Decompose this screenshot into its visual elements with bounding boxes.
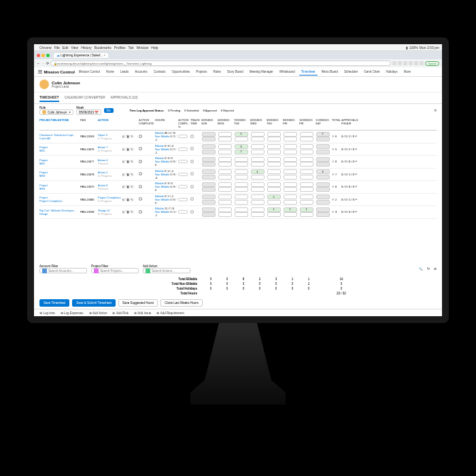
row-icons[interactable]: ⎘🗑✎ xyxy=(122,198,139,201)
undo-icon[interactable]: ↶ xyxy=(355,210,357,214)
undo-icon[interactable]: ↶ xyxy=(355,135,357,138)
clear-icon[interactable]: ⊘ xyxy=(434,267,437,271)
update-button[interactable]: Update xyxy=(425,61,439,66)
reload-icon[interactable]: ⟳ xyxy=(46,61,49,65)
action-link[interactable]: Action 4Planned xyxy=(98,158,122,165)
hours-input[interactable]: 4 xyxy=(251,169,265,174)
refresh-icon[interactable]: ↻ xyxy=(427,267,430,271)
account-filter[interactable]: Search Accounts... xyxy=(39,268,87,273)
hours-input[interactable] xyxy=(267,137,281,141)
hours-input[interactable] xyxy=(284,162,297,167)
hours-input[interactable] xyxy=(251,157,265,162)
add-action-filter[interactable]: Search Actions... xyxy=(143,268,190,273)
hours-input[interactable] xyxy=(251,194,265,199)
hours-input[interactable] xyxy=(218,144,232,149)
hours-input[interactable] xyxy=(300,175,313,180)
close-icon[interactable] xyxy=(37,54,40,57)
forward-icon[interactable]: → xyxy=(41,61,45,65)
eye-icon[interactable]: 👁 xyxy=(332,148,335,151)
hours-input[interactable] xyxy=(235,169,248,174)
hours-input[interactable] xyxy=(284,200,297,205)
hours-input[interactable] xyxy=(235,212,248,217)
hours-input[interactable] xyxy=(202,175,216,180)
hours-input[interactable] xyxy=(267,157,281,162)
hours-input[interactable] xyxy=(251,150,265,154)
hours-input[interactable] xyxy=(316,212,330,217)
action-link[interactable]: Sprint 4In Progress xyxy=(98,133,122,140)
project-link[interactable]: ProjectProject Completion xyxy=(39,196,80,203)
hours-input[interactable] xyxy=(235,162,248,167)
hours-input[interactable] xyxy=(218,175,232,180)
hours-input[interactable] xyxy=(300,132,313,137)
add-action-link[interactable]: Add Action xyxy=(89,311,107,315)
hours-input[interactable] xyxy=(235,137,248,141)
action-link[interactable]: Action 6Planned xyxy=(98,184,122,190)
hours-input[interactable]: 3 xyxy=(316,169,330,174)
hours-input[interactable] xyxy=(202,187,216,192)
address-bar[interactable]: 🔒mcdemoorg-dev-ed.lightning.force.com/li… xyxy=(50,61,391,66)
tab-approvals[interactable]: APPROVALS (10) xyxy=(111,94,138,102)
project-link[interactable]: Cloudware: Salesforce Impl...Catch All xyxy=(39,133,80,140)
hours-input[interactable] xyxy=(251,137,265,141)
hours-input[interactable] xyxy=(284,175,297,180)
hours-input[interactable] xyxy=(235,175,248,180)
hours-input[interactable] xyxy=(316,175,330,180)
hours-input[interactable] xyxy=(251,207,265,212)
clock-icon[interactable] xyxy=(190,210,194,214)
hours-input[interactable] xyxy=(267,187,281,192)
hours-input[interactable] xyxy=(218,137,232,141)
hours-input[interactable] xyxy=(267,212,281,217)
row-icons[interactable]: ⎘🗑✎ xyxy=(122,173,139,176)
go-button[interactable]: Go xyxy=(104,108,114,113)
hours-input[interactable] xyxy=(218,132,232,137)
hours-input[interactable] xyxy=(202,194,216,199)
week-input[interactable]: 05/09/2021📅 xyxy=(76,109,101,115)
hours-input[interactable] xyxy=(218,150,232,154)
hours-input[interactable] xyxy=(284,194,297,199)
hours-input[interactable] xyxy=(202,157,216,162)
hours-input[interactable] xyxy=(316,157,330,162)
hours-input[interactable] xyxy=(284,169,297,174)
clock-icon[interactable] xyxy=(190,135,194,138)
hours-input[interactable] xyxy=(316,207,330,212)
hours-input[interactable] xyxy=(300,137,313,141)
hours-input[interactable] xyxy=(300,200,313,205)
hours-input[interactable] xyxy=(251,212,265,217)
hours-input[interactable] xyxy=(316,194,330,199)
undo-icon[interactable]: ↶ xyxy=(355,173,357,176)
hours-input[interactable] xyxy=(267,162,281,167)
clock-icon[interactable] xyxy=(190,147,194,150)
hours-input[interactable] xyxy=(218,157,232,162)
hours-input[interactable] xyxy=(202,212,216,217)
app-launcher-icon[interactable] xyxy=(38,70,42,74)
hours-input[interactable] xyxy=(284,182,297,187)
hours-input[interactable] xyxy=(267,182,281,187)
hours-input[interactable] xyxy=(316,137,330,141)
hours-input[interactable] xyxy=(202,182,216,187)
hours-input[interactable] xyxy=(202,137,216,141)
hours-input[interactable] xyxy=(202,200,216,205)
save-suggested-button[interactable]: Save Suggested Hours xyxy=(118,299,158,307)
hours-input[interactable] xyxy=(316,182,330,187)
hours-input[interactable] xyxy=(284,132,297,137)
project-link[interactable]: ProjectMS3 xyxy=(39,184,80,190)
clock-icon[interactable] xyxy=(190,172,194,175)
eye-icon[interactable]: 👁 xyxy=(332,210,335,214)
action-link[interactable]: Action 7In Progress xyxy=(98,146,122,152)
add-requirement-link[interactable]: Add Requirement xyxy=(156,311,184,315)
hours-input[interactable] xyxy=(235,200,248,205)
eye-icon[interactable]: 👁 xyxy=(332,160,335,163)
hours-input[interactable] xyxy=(218,200,232,205)
undo-icon[interactable]: ↶ xyxy=(355,160,357,163)
hours-input[interactable] xyxy=(202,150,216,154)
hours-input[interactable] xyxy=(218,187,232,192)
gear-icon[interactable]: ⚙ xyxy=(434,109,437,112)
hours-input[interactable] xyxy=(235,187,248,192)
hours-input[interactable] xyxy=(300,187,313,192)
hours-input[interactable]: 2 xyxy=(235,150,248,154)
hours-input[interactable] xyxy=(202,144,216,149)
tab-timesheet[interactable]: TIMESHEET xyxy=(39,94,59,102)
log-expenses-link[interactable]: Log Expenses xyxy=(61,311,84,315)
hours-input[interactable] xyxy=(267,144,281,149)
menu-app[interactable]: Chrome xyxy=(39,46,52,50)
